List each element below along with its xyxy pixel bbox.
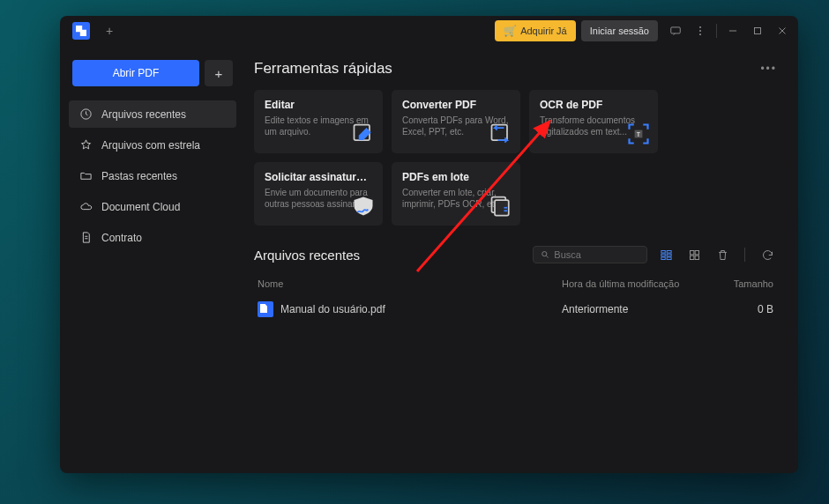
login-label: Iniciar sessão: [590, 26, 649, 36]
recent-files-title: Arquivos recentes: [254, 248, 360, 263]
svg-rect-27: [690, 250, 693, 254]
view-list-button[interactable]: [656, 245, 676, 264]
view-grid-button[interactable]: [684, 245, 704, 264]
card-title: Editar: [265, 99, 372, 111]
svg-text:T: T: [637, 131, 641, 137]
col-name: Nome: [258, 278, 562, 289]
sidebar-item-label: Arquivos com estrela: [101, 139, 200, 152]
svg-point-2: [699, 30, 700, 31]
maximize-button[interactable]: [745, 19, 770, 43]
col-size: Tamanho: [712, 278, 773, 289]
divider: [716, 24, 717, 38]
more-tools-button[interactable]: •••: [760, 63, 777, 75]
quick-tools-cards: Editar Edite textos e imagens em um arqu…: [254, 90, 777, 226]
svg-rect-30: [695, 256, 698, 259]
pdf-file-icon: [258, 301, 273, 317]
sidebar-item-label: Document Cloud: [101, 201, 180, 213]
sidebar-item-label: Contrato: [101, 232, 142, 244]
ocr-icon: T: [626, 122, 651, 146]
card-batch[interactable]: PDFs em lote Converter em lote, criar, i…: [392, 162, 520, 226]
card-title: PDFs em lote: [402, 171, 510, 183]
sidebar: Abrir PDF + Arquivos recentes Arquivos c…: [60, 46, 245, 473]
new-tab-button[interactable]: +: [97, 19, 122, 43]
convert-icon: [489, 122, 513, 146]
close-button[interactable]: [770, 19, 795, 43]
feedback-icon[interactable]: [663, 19, 688, 43]
card-convert[interactable]: Converter PDF Converta PDFs para Word, E…: [392, 90, 520, 153]
refresh-button[interactable]: [758, 245, 777, 264]
clock-icon: [79, 107, 93, 121]
svg-line-20: [546, 256, 548, 257]
create-pdf-button[interactable]: +: [205, 60, 233, 86]
svg-rect-29: [690, 256, 693, 259]
svg-rect-24: [667, 250, 671, 253]
svg-rect-22: [661, 254, 664, 256]
buy-label: Adquirir Já: [520, 26, 567, 36]
sidebar-item-contract[interactable]: Contrato: [69, 224, 236, 251]
svg-point-19: [542, 252, 547, 256]
svg-point-1: [699, 26, 700, 27]
search-box[interactable]: [533, 246, 647, 263]
app-window: + 🛒Adquirir Já Iniciar sessão Abrir PDF …: [60, 16, 798, 473]
buy-button[interactable]: 🛒Adquirir Já: [495, 20, 576, 41]
divider: [744, 248, 745, 262]
svg-rect-23: [661, 257, 664, 260]
sidebar-item-recent-files[interactable]: Arquivos recentes: [69, 100, 236, 128]
minimize-button[interactable]: [721, 19, 745, 43]
card-edit[interactable]: Editar Edite textos e imagens em um arqu…: [254, 90, 383, 153]
table-header: Nome Hora da última modificação Tamanho: [254, 273, 777, 294]
svg-rect-28: [695, 250, 698, 254]
cart-icon: 🛒: [504, 25, 517, 37]
quick-tools-title: Ferramentas rápidas: [254, 60, 392, 78]
document-icon: [79, 231, 93, 244]
kebab-menu-icon[interactable]: [688, 19, 713, 43]
card-title: Solicitar assinatura elet...: [265, 171, 372, 183]
svg-rect-0: [671, 27, 681, 33]
svg-point-3: [699, 34, 700, 35]
card-ocr[interactable]: OCR de PDF Transforme documentos digital…: [529, 90, 658, 153]
cloud-icon: [79, 200, 93, 213]
card-title: OCR de PDF: [540, 99, 647, 111]
batch-icon: [489, 194, 513, 219]
svg-rect-25: [667, 254, 671, 256]
search-icon: [541, 249, 549, 260]
file-modified: Anteriormente: [562, 303, 712, 315]
table-row[interactable]: Manual do usuário.pdf Anteriormente 0 B: [254, 294, 777, 324]
sidebar-item-starred[interactable]: Arquivos com estrela: [69, 131, 236, 159]
folder-icon: [79, 169, 93, 182]
col-modified: Hora da última modificação: [562, 278, 712, 289]
sidebar-item-label: Arquivos recentes: [101, 108, 186, 121]
card-sign[interactable]: Solicitar assinatura elet... Envie um do…: [254, 162, 383, 226]
edit-icon: [351, 122, 376, 146]
app-logo-icon: [72, 22, 90, 40]
svg-rect-26: [667, 257, 671, 260]
search-input[interactable]: [554, 249, 639, 260]
open-pdf-button[interactable]: Abrir PDF: [72, 60, 199, 86]
star-icon: [79, 138, 93, 152]
titlebar: + 🛒Adquirir Já Iniciar sessão: [60, 16, 798, 46]
svg-rect-5: [755, 28, 761, 34]
svg-rect-21: [661, 250, 664, 253]
login-button[interactable]: Iniciar sessão: [581, 20, 658, 41]
file-size: 0 B: [712, 303, 773, 315]
sidebar-item-recent-folders[interactable]: Pastas recentes: [69, 162, 236, 189]
sidebar-item-cloud[interactable]: Document Cloud: [69, 193, 236, 220]
main-content: Ferramentas rápidas ••• Editar Edite tex…: [245, 46, 798, 473]
file-name: Manual do usuário.pdf: [280, 303, 385, 315]
card-title: Converter PDF: [402, 99, 510, 111]
sidebar-item-label: Pastas recentes: [101, 170, 177, 182]
delete-button[interactable]: [713, 245, 732, 264]
sign-icon: [351, 194, 376, 219]
